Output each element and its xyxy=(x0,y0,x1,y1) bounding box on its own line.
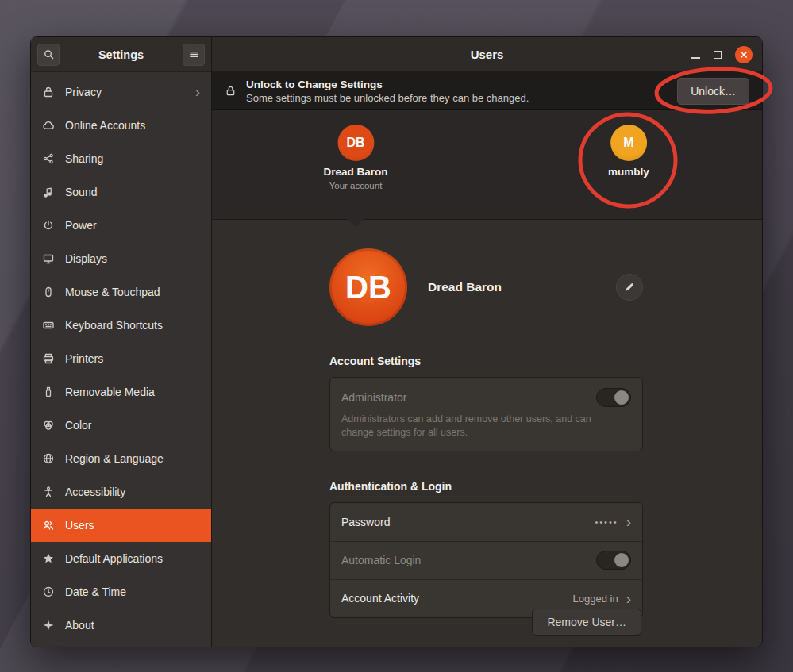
sidebar-item-removable-media[interactable]: Removable Media xyxy=(31,375,211,409)
chevron-right-icon: › xyxy=(626,514,631,529)
sidebar-item-label: Privacy xyxy=(65,86,102,98)
search-icon xyxy=(43,48,55,60)
sidebar-item-printers[interactable]: Printers xyxy=(31,342,211,375)
sound-icon xyxy=(42,186,55,198)
hamburger-icon xyxy=(188,48,200,60)
sidebar-item-label: Online Accounts xyxy=(65,119,145,132)
cloud-icon xyxy=(42,119,55,132)
sidebar-header: Settings xyxy=(31,37,211,72)
row-value: ••••• xyxy=(595,517,618,527)
sidebar-item-sharing[interactable]: Sharing xyxy=(31,142,211,175)
remove-user-button[interactable]: Remove User… xyxy=(532,609,641,636)
administrator-label: Administrator xyxy=(341,391,596,404)
sidebar-item-displays[interactable]: Displays xyxy=(31,242,211,275)
search-button[interactable] xyxy=(37,44,60,66)
main-panel: Users ✕ Unlock to Change Settings Some s… xyxy=(212,37,762,647)
sidebar-item-label: Users xyxy=(65,519,94,532)
mouse-icon xyxy=(42,286,55,298)
row-label: Automatic Login xyxy=(341,554,596,566)
settings-window: Settings Privacy›Online AccountsSharingS… xyxy=(30,36,763,647)
removable-icon xyxy=(42,386,55,398)
sidebar-item-label: Region & Language xyxy=(65,452,164,465)
headerbar: Users ✕ xyxy=(212,37,762,72)
page-title: Users xyxy=(212,48,762,61)
sidebar-item-keyboard-shortcuts[interactable]: Keyboard Shortcuts xyxy=(31,309,211,342)
sidebar-title: Settings xyxy=(60,48,183,61)
user-avatar[interactable]: DB xyxy=(329,248,407,326)
administrator-row: Administrator xyxy=(341,388,631,407)
automatic-login-row: Automatic Login xyxy=(330,541,642,579)
desktop-background: Settings Privacy›Online AccountsSharingS… xyxy=(0,0,793,672)
avatar: M xyxy=(610,125,647,161)
globe-icon xyxy=(42,452,55,465)
edit-name-button[interactable] xyxy=(616,274,643,301)
color-icon xyxy=(42,419,55,432)
sidebar-item-users[interactable]: Users xyxy=(31,509,211,542)
accessibility-icon xyxy=(42,486,55,498)
sidebar-item-label: Default Applications xyxy=(65,552,163,565)
password-row[interactable]: Password•••••› xyxy=(330,503,642,541)
pencil-icon xyxy=(624,282,635,293)
sidebar-item-privacy[interactable]: Privacy› xyxy=(31,75,211,109)
sidebar-item-online-accounts[interactable]: Online Accounts xyxy=(31,109,211,142)
sidebar-item-label: Accessibility xyxy=(65,486,125,498)
row-label: Account Activity xyxy=(341,592,573,605)
sidebar-item-sound[interactable]: Sound xyxy=(31,175,211,209)
keyboard-icon xyxy=(42,319,55,332)
unlock-banner: Unlock to Change Settings Some settings … xyxy=(212,72,762,110)
sidebar-item-label: Removable Media xyxy=(65,386,155,398)
chevron-right-icon: › xyxy=(195,85,200,99)
maximize-button[interactable] xyxy=(714,51,722,59)
sidebar-item-label: Color xyxy=(65,419,91,432)
row-value: Logged in xyxy=(573,593,618,605)
sidebar-item-default-applications[interactable]: Default Applications xyxy=(31,542,211,575)
sidebar-item-label: Mouse & Touchpad xyxy=(65,286,160,298)
user-detail-content: DB Dread Baron Account Settings Administ… xyxy=(212,220,762,647)
menu-button[interactable] xyxy=(183,44,205,66)
carousel-user-name: mumbly xyxy=(608,166,649,178)
row-label: Password xyxy=(341,516,595,528)
banner-text: Unlock to Change Settings Some settings … xyxy=(246,79,529,104)
carousel-user-dread-baron[interactable]: DBDread BaronYour account xyxy=(323,125,387,190)
account-settings-card: Administrator Administrators can add and… xyxy=(329,377,643,451)
sidebar-item-label: Keyboard Shortcuts xyxy=(65,319,163,332)
lock-icon xyxy=(225,85,237,97)
sidebar-item-color[interactable]: Color xyxy=(31,409,211,442)
sparkle-icon xyxy=(42,619,55,632)
automatic-login-toggle[interactable] xyxy=(596,551,631,570)
printer-icon xyxy=(42,352,55,365)
chevron-right-icon: › xyxy=(626,591,631,606)
carousel-user-mumbly[interactable]: Mmumbly xyxy=(608,125,649,178)
banner-title: Unlock to Change Settings xyxy=(246,79,529,90)
lock-icon xyxy=(42,86,55,98)
profile-row: DB Dread Baron xyxy=(329,248,643,326)
unlock-button[interactable]: Unlock… xyxy=(677,78,749,105)
banner-subtitle: Some settings must be unlocked before th… xyxy=(246,92,529,104)
sidebar-item-about[interactable]: About xyxy=(31,609,211,642)
avatar: DB xyxy=(337,125,374,161)
toggle-knob xyxy=(614,553,629,567)
sidebar: Settings Privacy›Online AccountsSharingS… xyxy=(31,37,212,647)
auth-login-card: Password•••••›Automatic LoginAccount Act… xyxy=(329,502,643,618)
close-button[interactable]: ✕ xyxy=(735,46,753,63)
sidebar-item-label: Power xyxy=(65,219,97,232)
sidebar-item-accessibility[interactable]: Accessibility xyxy=(31,475,211,509)
sidebar-item-label: Sharing xyxy=(65,152,103,165)
sidebar-item-label: Printers xyxy=(65,352,103,365)
carousel-user-name: Dread Baron xyxy=(323,166,387,178)
sidebar-item-mouse-touchpad[interactable]: Mouse & Touchpad xyxy=(31,275,211,309)
sidebar-item-date-time[interactable]: Date & Time xyxy=(31,575,211,609)
sidebar-item-region-language[interactable]: Region & Language xyxy=(31,442,211,475)
minimize-button[interactable] xyxy=(691,57,700,59)
administrator-description: Administrators can add and remove other … xyxy=(341,413,591,440)
users-icon xyxy=(42,519,55,532)
share-icon xyxy=(42,152,55,165)
sidebar-item-power[interactable]: Power xyxy=(31,209,211,242)
display-icon xyxy=(42,252,55,265)
account-settings-heading: Account Settings xyxy=(329,355,643,367)
selected-user-pointer xyxy=(348,219,364,227)
administrator-toggle[interactable] xyxy=(596,388,631,407)
toggle-knob xyxy=(614,390,629,405)
content-column: DB Dread Baron Account Settings Administ… xyxy=(329,220,643,618)
sidebar-item-label: Date & Time xyxy=(65,586,126,598)
